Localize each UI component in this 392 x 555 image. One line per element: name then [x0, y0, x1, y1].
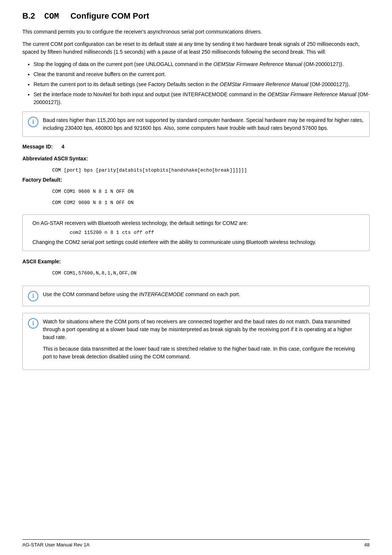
info-icon-2: i	[28, 291, 38, 301]
warning-text-1: On AG-STAR receivers with Bluetooth wire…	[32, 220, 248, 226]
warning-text-2: Changing the COM2 serial port settings c…	[32, 239, 316, 245]
bullet-list: Stop the logging of data on the current …	[22, 60, 370, 106]
ascii-example-label: ASCII Example:	[22, 258, 370, 266]
warning-box: On AG-STAR receivers with Bluetooth wire…	[22, 214, 370, 251]
intro-p2: The current COM port configuration can b…	[22, 40, 370, 56]
warning-box-content: On AG-STAR receivers with Bluetooth wire…	[32, 219, 364, 246]
factory-default-section: Factory Default: COM COM1 9600 N 8 1 N O…	[22, 176, 370, 208]
factory-default-line-1: COM COM1 9600 N 8 1 N OFF ON	[22, 186, 370, 197]
abbreviated-syntax-code: COM [port] bps [parity[databits[stopbits…	[22, 165, 370, 176]
factory-default-line-2: COM COM2 9600 N 8 1 N OFF ON	[22, 197, 370, 208]
info-box-2-content: Use the COM command before using the INT…	[43, 291, 364, 298]
info-box-2-text-before: Use the COM command before using the	[43, 291, 139, 297]
info-box-1-content: Baud rates higher than 115,200 bps are n…	[43, 116, 364, 132]
info-icon-1: i	[28, 117, 38, 127]
info-box-2-text-after: command on each port.	[184, 291, 240, 297]
footer-right: 48	[364, 542, 370, 548]
ascii-example-section: ASCII Example: COM COM1,57600,N,8,1,N,OF…	[22, 258, 370, 279]
info-box-3-p2: This is because data transmitted at the …	[43, 345, 364, 361]
ascii-example-code: COM COM1,57600,N,8,1,N,OFF,ON	[22, 268, 370, 279]
list-item: Set the interface mode to NovAtel for bo…	[34, 91, 370, 106]
list-item: Clear the transmit and receive buffers o…	[34, 70, 370, 78]
page: B.2 COM Configure COM Port This command …	[0, 0, 392, 555]
info-box-3-content: Watch for situations where the COM ports…	[43, 318, 364, 365]
info-box-3-p1: Watch for situations where the COM ports…	[43, 318, 364, 341]
section-desc: Configure COM Port	[70, 11, 149, 21]
message-id-label: Message ID:	[22, 144, 53, 150]
section-num: B.2	[22, 11, 35, 21]
message-id-value: 4	[61, 144, 64, 150]
footer: AG-STAR User Manual Rev 1A 48	[22, 539, 370, 548]
factory-default-label: Factory Default:	[22, 176, 370, 184]
intro-p1: This command permits you to configure th…	[22, 28, 370, 36]
message-id-row: Message ID: 4	[22, 144, 370, 150]
list-item: Stop the logging of data on the current …	[34, 60, 370, 68]
info-box-1: i Baud rates higher than 115,200 bps are…	[22, 112, 370, 137]
info-icon-3: i	[28, 318, 38, 329]
page-title: B.2 COM Configure COM Port	[22, 11, 370, 21]
abbreviated-syntax-section: Abbreviated ASCII Syntax: COM [port] bps…	[22, 155, 370, 176]
abbreviated-syntax-label: Abbreviated ASCII Syntax:	[22, 155, 370, 163]
warning-code: com2 115200 n 8 1 cts off off	[32, 227, 364, 238]
info-box-3: i Watch for situations where the COM por…	[22, 313, 370, 370]
footer-left: AG-STAR User Manual Rev 1A	[22, 542, 89, 548]
list-item: Return the current port to its default s…	[34, 81, 370, 88]
info-box-2: i Use the COM command before using the I…	[22, 286, 370, 306]
info-box-2-italic: INTERFACEMODE	[139, 291, 184, 297]
section-cmd: COM	[44, 12, 59, 21]
